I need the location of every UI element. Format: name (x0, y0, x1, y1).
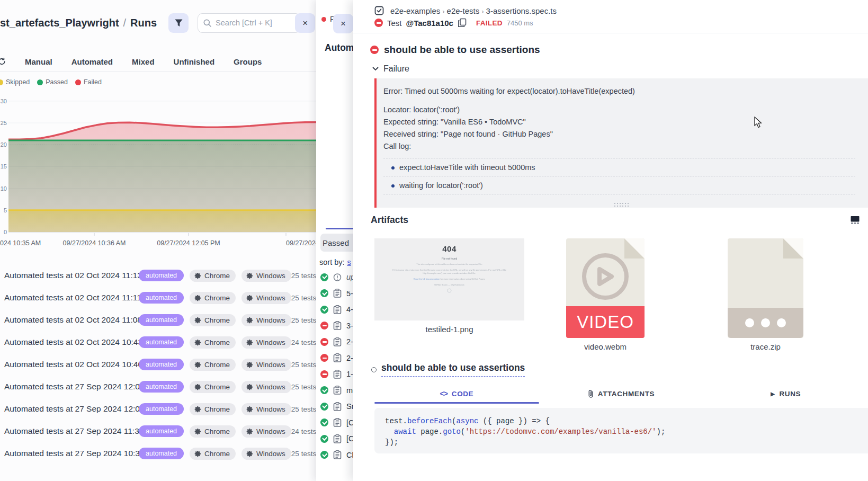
breadcrumb-separator: › (481, 7, 484, 15)
code-snippet[interactable]: test.beforeEach(async ({ page }) => { aw… (374, 408, 868, 453)
svg-text:30: 30 (1, 98, 7, 104)
runs-trend-chart[interactable]: 051015202530 (0, 90, 316, 238)
test-file-list: uplo 5- 4- 3- 2- 2- 1- (320, 269, 353, 463)
run-test-count: 25 tests (291, 316, 316, 324)
test-file-item[interactable]: 5- (320, 286, 353, 302)
test-file-item[interactable]: Ch (320, 447, 353, 464)
run-list-item[interactable]: Automated tests at 27 Sep 2024 10:35 aut… (0, 442, 316, 465)
test-file-item[interactable]: 3- (320, 318, 353, 334)
tab-code[interactable]: <>CODE (374, 386, 539, 402)
gear-icon (194, 361, 201, 368)
test-file-item[interactable]: 2- (320, 350, 353, 367)
env-chip-label: Chrome (204, 427, 230, 435)
status-icon (320, 354, 328, 362)
sync-icon[interactable] (0, 57, 6, 66)
test-file-name: 2- (346, 354, 353, 362)
tab-attachments[interactable]: ATTACHMENTS (539, 386, 704, 402)
test-file-name: uplo (346, 273, 353, 281)
test-status-circle-icon (371, 367, 377, 372)
gear-icon (246, 428, 253, 435)
run-title: Automated tests at 02 Oct 2024 11:11 (4, 293, 139, 302)
linked-test-title[interactable]: should be able to use assertions (371, 362, 525, 377)
gallery-view-icon[interactable] (851, 216, 860, 224)
test-file-item[interactable]: 2- (320, 334, 353, 350)
error-expected: Expected string: "Vanilla ES6 • TodoMVC" (383, 116, 855, 128)
test-file-item[interactable]: [C (320, 415, 353, 431)
artifact-screenshot[interactable]: 404 File not found The site configured a… (374, 238, 524, 334)
legend-item[interactable]: Failed (75, 78, 102, 86)
artifact-caption[interactable]: trace.zip (728, 342, 803, 351)
test-file-item[interactable]: Sm (320, 398, 353, 415)
test-file-name: [C (346, 418, 353, 427)
gear-icon (194, 428, 201, 435)
tab-label: RUNS (780, 390, 801, 398)
gear-icon (246, 339, 253, 346)
close-run-detail-button[interactable]: × (333, 14, 353, 33)
archive-file-icon (728, 238, 803, 338)
artifact-caption[interactable]: video.webm (566, 342, 645, 351)
chart-legend: Skipped Passed Failed (0, 78, 102, 86)
failure-section-toggle[interactable]: Failure (372, 64, 409, 74)
tab-runs[interactable]: ▶RUNS (703, 386, 868, 402)
breadcrumb-item[interactable]: 3-assertions.spec.ts (485, 6, 558, 15)
run-list-item[interactable]: Automated tests at 02 Oct 2024 11:08 aut… (0, 309, 316, 331)
run-list-item[interactable]: Automated tests at 27 Sep 2024 11:32 aut… (0, 420, 316, 442)
thumb-404-code: 404 (374, 244, 524, 253)
run-test-count: 25 tests (291, 450, 316, 458)
legend-item[interactable]: Passed (37, 78, 68, 86)
tab-groups[interactable]: Groups (234, 57, 262, 66)
breadcrumb-item[interactable]: e2e-examples (389, 6, 442, 15)
breadcrumb-separator: › (442, 7, 445, 15)
tab-mixed[interactable]: Mixed (132, 57, 155, 66)
env-chip-chrome: Chrome (190, 425, 236, 438)
project-name[interactable]: st_artefacts_Playwright (0, 17, 119, 29)
run-list-item[interactable]: Automated tests at 02 Oct 2024 11:13 aut… (0, 264, 316, 287)
legend-label: Passed (46, 78, 68, 86)
artifact-trace[interactable]: trace.zip (728, 238, 803, 351)
passed-filter-button[interactable]: Passed (320, 234, 353, 252)
page-name: Runs (130, 17, 157, 29)
legend-item[interactable]: Skipped (0, 78, 30, 86)
gear-icon (194, 295, 201, 301)
resize-handle[interactable] (614, 203, 630, 207)
clipboard-icon (333, 289, 342, 298)
test-file-item[interactable]: [C (320, 431, 353, 447)
failed-status-dot (321, 17, 326, 22)
test-file-item[interactable]: 4- (320, 301, 353, 318)
svg-text:0: 0 (4, 229, 7, 235)
filter-button[interactable] (168, 13, 189, 33)
run-list-item[interactable]: Automated tests at 02 Oct 2024 10:40 aut… (0, 353, 316, 376)
gear-icon (194, 406, 201, 413)
tab-unfinished[interactable]: Unfinished (174, 57, 215, 66)
run-title: Automated tests at 02 Oct 2024 11:13 (4, 271, 139, 280)
status-icon (320, 289, 328, 297)
thumb-404-link-line: Read the full documentation for more inf… (374, 278, 524, 281)
run-type-badge: automated (139, 270, 184, 281)
env-chip-windows: Windows (241, 425, 291, 438)
test-file-item[interactable]: 1- (320, 366, 353, 382)
run-list-item[interactable]: Automated tests at 27 Sep 2024 12:07 aut… (0, 376, 316, 398)
test-tag: @Tac81a10c (406, 19, 453, 28)
sort-by-link[interactable]: s (347, 258, 351, 266)
artifact-caption[interactable]: testiled-1.png (374, 325, 524, 334)
run-list-item[interactable]: Automated tests at 02 Oct 2024 11:11 aut… (0, 287, 316, 309)
test-title: should be able to use assertions (384, 44, 540, 56)
env-chip-chrome: Chrome (190, 381, 236, 393)
status-icon (320, 403, 328, 411)
test-file-item[interactable]: mo (320, 382, 353, 399)
artifact-video[interactable]: VIDEO video.webm (566, 238, 645, 351)
tab-manual[interactable]: Manual (25, 57, 52, 66)
breadcrumb-item[interactable]: e2e-tests (445, 6, 481, 15)
copy-icon[interactable] (458, 18, 467, 28)
gear-icon (194, 339, 201, 346)
run-list-item[interactable]: Automated tests at 27 Sep 2024 12:03 aut… (0, 398, 316, 420)
search-icon (203, 19, 211, 27)
env-chip-chrome: Chrome (190, 270, 236, 282)
close-search-button[interactable]: × (295, 13, 315, 33)
tab-automated[interactable]: Automated (71, 57, 113, 66)
run-list-item[interactable]: Automated tests at 02 Oct 2024 10:43 aut… (0, 331, 316, 353)
runs-tab-bar: ManualAutomatedMixedUnfinishedGroups (0, 51, 316, 72)
status-icon (320, 435, 328, 443)
test-file-item[interactable]: uplo (320, 269, 353, 286)
search-input[interactable] (216, 19, 284, 27)
